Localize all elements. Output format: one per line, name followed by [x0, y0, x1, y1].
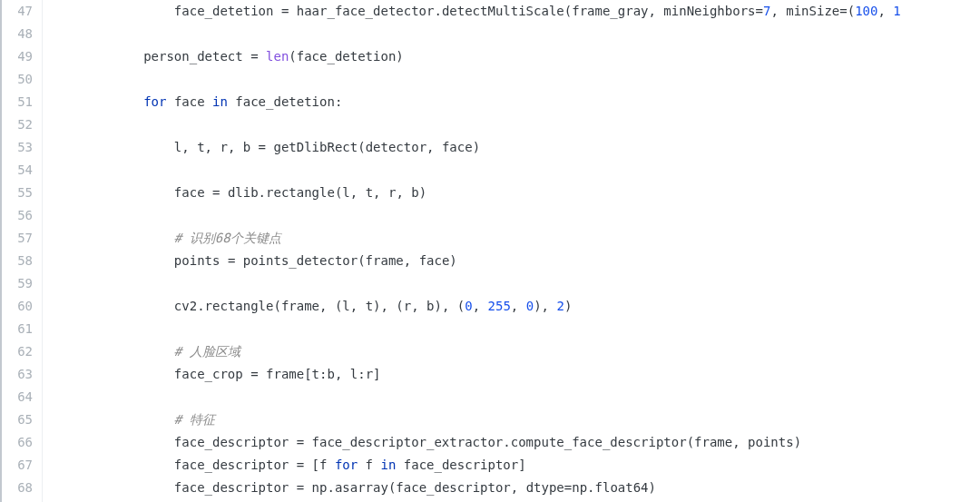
code-line[interactable] — [52, 68, 980, 91]
code-token: detectMultiScale — [442, 4, 564, 18]
line-number: 59 — [2, 272, 42, 295]
code-token: r — [404, 299, 411, 313]
code-token: getDlibRect — [266, 140, 358, 154]
code-token: ), ( — [373, 299, 404, 313]
code-line[interactable]: face_descriptor = face_descriptor_extrac… — [52, 431, 980, 454]
code-token: face — [52, 185, 212, 200]
code-token: frame — [281, 299, 319, 313]
line-number: 50 — [2, 68, 42, 91]
code-token: for — [143, 94, 166, 109]
code-line[interactable] — [52, 23, 980, 45]
code-line[interactable] — [52, 318, 980, 340]
line-number: 55 — [2, 182, 42, 204]
code-token: face_descriptor — [52, 480, 297, 495]
code-token: , — [511, 480, 526, 495]
code-token: face_descriptor — [396, 458, 518, 472]
code-line[interactable]: for face in face_detetion: — [52, 91, 980, 113]
code-token: face_descriptor — [52, 435, 297, 449]
code-line[interactable] — [52, 272, 980, 295]
code-token: , — [181, 140, 197, 154]
code-token: in — [212, 94, 228, 109]
code-token: ) — [794, 435, 801, 449]
code-line[interactable] — [52, 204, 980, 227]
code-line[interactable]: points = points_detector(frame, face) — [52, 250, 980, 272]
code-line[interactable]: face_descriptor = [f for f in face_descr… — [52, 454, 980, 477]
code-token: b — [327, 367, 334, 381]
code-token: = — [756, 4, 763, 18]
code-token: , — [732, 435, 748, 449]
line-number: 68 — [2, 477, 42, 499]
code-line[interactable]: # 人脸区域 — [52, 340, 980, 363]
code-token: face_descriptor_extractor — [304, 435, 503, 449]
code-editor[interactable]: 4748495051525354555657585960616263646566… — [0, 0, 980, 502]
code-token: l — [342, 185, 349, 200]
code-line[interactable]: l, t, r, b = getDlibRect(detector, face) — [52, 136, 980, 159]
code-line[interactable] — [52, 159, 980, 182]
code-area[interactable]: face_detetion = haar_face_detector.detec… — [43, 0, 980, 502]
code-line[interactable]: person_detect = len(face_detetion) — [52, 45, 980, 68]
code-line[interactable]: face = dlib.rectangle(l, t, r, b) — [52, 182, 980, 204]
line-number-gutter: 4748495051525354555657585960616263646566… — [2, 0, 43, 502]
code-token: . — [587, 480, 594, 495]
code-line[interactable]: face_descriptor = np.asarray(face_descri… — [52, 477, 980, 499]
code-token — [52, 412, 174, 427]
line-number: 65 — [2, 408, 42, 431]
code-token: ( — [564, 4, 572, 18]
code-line[interactable]: # 特征 — [52, 408, 980, 431]
code-token: face_crop — [52, 367, 250, 381]
code-line[interactable] — [52, 386, 980, 408]
code-token: 255 — [488, 299, 511, 313]
code-token: l — [342, 299, 349, 313]
line-number: 64 — [2, 386, 42, 408]
line-number: 62 — [2, 340, 42, 363]
code-token: cv2 — [52, 299, 197, 313]
code-token: , — [649, 4, 664, 18]
code-token: = — [564, 480, 572, 495]
code-token: b — [411, 185, 418, 200]
code-token: , — [473, 299, 488, 313]
code-token: compute_face_descriptor — [511, 435, 687, 449]
code-token: ( — [289, 49, 296, 64]
code-line[interactable]: face_crop = frame[t:b, l:r] — [52, 363, 980, 386]
line-number: 47 — [2, 0, 42, 23]
code-line[interactable] — [52, 113, 980, 136]
code-line[interactable]: face_detetion = haar_face_detector.detec… — [52, 0, 980, 23]
code-token: , — [350, 185, 366, 200]
code-line[interactable]: # 识别68个关键点 — [52, 227, 980, 250]
code-token: l — [52, 140, 181, 154]
code-token: = — [250, 367, 258, 381]
code-token: face — [166, 94, 212, 109]
code-token: = — [297, 480, 304, 495]
code-token: detector — [366, 140, 426, 154]
code-token: # 特征 — [174, 412, 215, 427]
code-token — [52, 344, 174, 359]
code-token: , — [411, 299, 426, 313]
code-token: , — [426, 140, 442, 154]
code-token: # 识别68个关键点 — [174, 231, 281, 245]
code-token: frame — [694, 435, 732, 449]
code-line[interactable]: cv2.rectangle(frame, (l, t), (r, b), (0,… — [52, 295, 980, 318]
code-token: , — [335, 367, 350, 381]
line-number: 56 — [2, 204, 42, 227]
line-number: 63 — [2, 363, 42, 386]
line-number: 67 — [2, 454, 42, 477]
code-token: f — [358, 458, 380, 472]
code-token: minSize — [786, 4, 839, 18]
code-token: ] — [518, 458, 525, 472]
line-number: 61 — [2, 318, 42, 340]
code-token: ) — [564, 299, 572, 313]
code-token: ), — [534, 299, 556, 313]
code-token — [259, 49, 266, 64]
code-token: . — [503, 435, 510, 449]
line-number: 58 — [2, 250, 42, 272]
code-token: frame — [259, 367, 305, 381]
code-token: rectangle — [205, 299, 274, 313]
code-token: # 人脸区域 — [174, 344, 240, 359]
code-token: [ — [304, 367, 311, 381]
line-number: 51 — [2, 91, 42, 113]
code-token: 2 — [556, 299, 564, 313]
code-token — [304, 458, 311, 472]
code-token: . — [259, 185, 266, 200]
code-token: ( — [358, 140, 365, 154]
code-token: = — [297, 435, 304, 449]
